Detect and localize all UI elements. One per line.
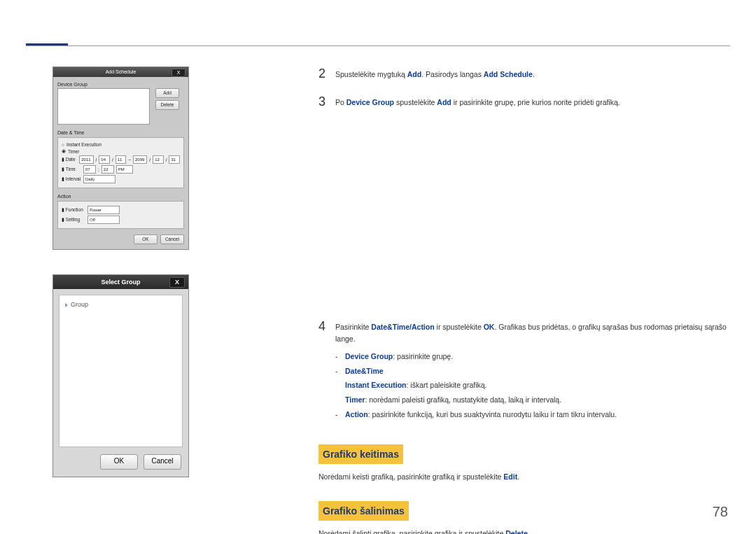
instant-execution-radio[interactable]: ○ Instant Execution: [62, 142, 180, 147]
instruction-column: 2 Spustelėkite mygtuką Add. Pasirodys la…: [318, 66, 729, 534]
setting-select[interactable]: Off: [88, 216, 120, 224]
heading-delete: Grafiko šalinimas: [318, 501, 409, 521]
close-icon[interactable]: X: [169, 277, 185, 288]
step-text: Spustelėkite mygtuką: [335, 70, 407, 78]
step-text: .: [533, 70, 535, 78]
keyword: Action: [412, 323, 435, 331]
date-day-input[interactable]: 11: [115, 155, 127, 164]
keyword: Add: [407, 70, 421, 78]
dialog-title-text: Select Group: [101, 279, 140, 286]
keyword: Delete: [505, 529, 528, 534]
radio-label: Instant Execution: [66, 142, 102, 147]
paragraph: Norėdami keisti grafiką, pasirinkite gra…: [318, 471, 729, 483]
function-select[interactable]: Power: [88, 206, 120, 214]
time-hour-input[interactable]: 07: [83, 165, 96, 174]
function-label: Function: [66, 207, 83, 212]
setting-label: Setting: [66, 217, 80, 222]
date-year-input[interactable]: 2011: [79, 155, 93, 164]
item-text: : iškart paleiskite grafiką.: [407, 381, 487, 389]
dialog-title: Select Group X: [53, 275, 188, 289]
keyword: Action: [345, 410, 368, 419]
heading-edit: Grafiko keitimas: [318, 444, 403, 464]
step-4: 4 Pasirinkite Date&Time/Action ir spuste…: [318, 319, 729, 423]
item-text: : pasirinkite grupę.: [393, 352, 453, 360]
para-text: .: [528, 529, 530, 534]
dialog-title: Add Schedule X: [53, 67, 188, 77]
screenshot-column: Add Schedule X Device Group Add Delete D…: [52, 66, 189, 477]
keyword: Date&Time: [371, 323, 410, 331]
step-2: 2 Spustelėkite mygtuką Add. Pasirodys la…: [318, 66, 729, 82]
step-text: . Pasirodys langas: [421, 70, 484, 78]
delete-button[interactable]: Delete: [155, 100, 179, 110]
keyword: OK: [484, 323, 495, 331]
keyword: Device Group: [345, 352, 393, 360]
date-label: Date: [66, 157, 76, 162]
keyword: Edit: [503, 472, 517, 481]
add-button[interactable]: Add: [155, 88, 179, 98]
item-text: : norėdami paleisti grafiką, nustatykite…: [365, 395, 561, 404]
ok-button[interactable]: OK: [100, 454, 138, 470]
keyword: Timer: [345, 395, 365, 404]
paragraph: Norėdami šalinti grafiką, pasirinkite gr…: [318, 528, 729, 534]
step-text: spustelėkite: [394, 98, 437, 106]
para-text: Norėdami keisti grafiką, pasirinkite gra…: [318, 472, 503, 481]
date-day2-input[interactable]: 31: [169, 155, 180, 164]
time-ampm-select[interactable]: PM: [116, 165, 133, 174]
sub-list: Device Group: pasirinkite grupę. Date&Ti…: [335, 351, 729, 421]
tree-root-label: Group: [71, 301, 88, 308]
select-group-dialog: Select Group X Group OK Cancel: [52, 274, 189, 477]
add-schedule-dialog: Add Schedule X Device Group Add Delete D…: [52, 66, 189, 250]
step-text: Pasirinkite: [335, 323, 371, 331]
device-group-listbox[interactable]: [57, 88, 150, 125]
keyword: Instant Execution: [345, 381, 407, 389]
close-icon[interactable]: X: [172, 69, 186, 77]
timer-radio[interactable]: ◉ Timer: [62, 148, 180, 154]
step-3: 3 Po Device Group spustelėkite Add ir pa…: [318, 94, 729, 110]
date-month-input[interactable]: 04: [99, 155, 110, 164]
time-label: Time: [66, 167, 76, 171]
cancel-button[interactable]: Cancel: [144, 454, 181, 470]
cancel-button[interactable]: Cancel: [160, 234, 184, 244]
device-group-label: Device Group: [57, 82, 184, 87]
keyword: Date&Time: [345, 367, 384, 375]
action-label: Action: [57, 194, 184, 199]
time-min-input[interactable]: 22: [102, 165, 114, 174]
group-tree[interactable]: Group: [59, 295, 183, 447]
keyword: Add: [437, 98, 451, 106]
step-text: ir spustelėkite: [435, 323, 484, 331]
list-item: Action: pasirinkite funkciją, kuri bus s…: [335, 409, 729, 421]
step-number: 3: [318, 94, 335, 110]
dialog-title-text: Add Schedule: [106, 69, 136, 74]
list-item: Device Group: pasirinkite grupę.: [335, 351, 729, 363]
list-item: Date&Time Instant Execution: iškart pale…: [335, 365, 729, 406]
para-text: Norėdami šalinti grafiką, pasirinkite gr…: [318, 529, 505, 534]
keyword: Add Schedule: [484, 70, 533, 78]
date-time-label: Date & Time: [57, 130, 184, 135]
step-number: 4: [318, 319, 335, 423]
para-text: .: [517, 472, 519, 481]
interval-select[interactable]: Daily: [83, 175, 115, 183]
step-text: Po: [335, 98, 346, 106]
date-year2-input[interactable]: 2099: [133, 155, 147, 164]
interval-label: Interval: [66, 176, 80, 181]
step-text: ir pasirinkite grupę, prie kurios norite…: [451, 98, 620, 106]
tree-expand-icon[interactable]: [65, 303, 68, 307]
radio-label: Timer: [68, 149, 79, 154]
keyword: Device Group: [346, 98, 394, 106]
date-month2-input[interactable]: 12: [153, 155, 164, 164]
step-number: 2: [318, 66, 335, 82]
item-text: : pasirinkite funkciją, kuri bus suaktyv…: [368, 410, 617, 419]
ok-button[interactable]: OK: [134, 234, 158, 244]
